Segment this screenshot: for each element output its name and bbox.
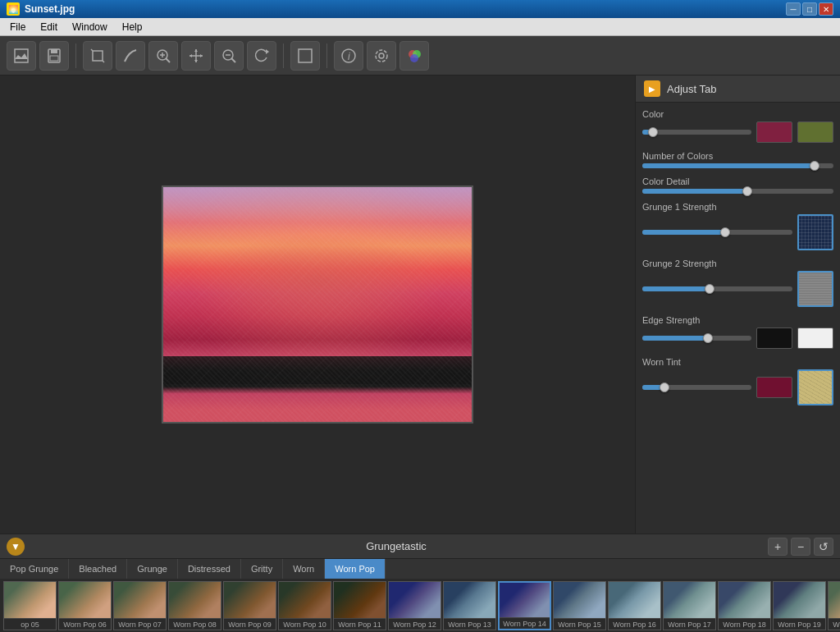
list-item[interactable]: Worn Pop 17 [663,581,716,630]
worn-tint-texture[interactable] [797,369,833,405]
svg-line-5 [91,49,93,51]
grunge2-slider[interactable] [642,286,792,291]
svg-rect-4 [93,51,103,61]
list-item[interactable]: Worn Pop 20 [828,581,840,630]
tab-worn[interactable]: Worn [283,559,325,579]
color-detail-label: Color Detail [642,176,833,186]
menu-window[interactable]: Window [66,20,114,34]
film-label: Worn Pop 06 [59,618,111,630]
list-item[interactable]: Worn Pop 18 [718,581,771,630]
app-icon: 🌅 [7,2,20,16]
canvas-area [0,76,635,534]
edge-strength-slider[interactable] [642,336,751,341]
maximize-button[interactable]: □ [802,2,817,16]
num-colors-label: Number of Colors [642,151,833,161]
category-arrow[interactable]: ▼ [7,538,25,556]
svg-line-6 [103,61,104,62]
film-label: Worn Pop 08 [169,618,221,630]
worn-tint-slider[interactable] [642,385,751,390]
color-label: Color [642,109,833,119]
num-colors-slider[interactable] [642,163,833,168]
grunge2-label: Grunge 2 Strength [642,259,833,268]
menu-help[interactable]: Help [116,20,149,34]
right-panel: ▶ Adjust Tab Color Number of Colors [635,76,840,534]
list-item[interactable]: Worn Pop 11 [333,581,386,630]
zoom-out-tool-button[interactable] [214,41,244,71]
canvas-tool-button[interactable] [290,41,320,71]
zoom-in-tool-button[interactable] [148,41,178,71]
move-tool-button[interactable] [181,41,211,71]
toolbar-separator-1 [75,44,76,68]
color-detail-slider[interactable] [642,189,833,194]
color-swatch-2[interactable] [797,121,833,143]
list-item[interactable]: Worn Pop 19 [773,581,826,630]
svg-point-24 [379,53,384,58]
tabs-bar: Pop Grunge Bleached Grunge Distressed Gr… [0,559,840,579]
list-item[interactable]: Worn Pop 07 [113,581,167,630]
color-slider[interactable] [642,130,751,135]
svg-point-25 [376,50,387,62]
panel-content: Color Number of Colors [636,103,840,534]
film-thumb [334,582,386,618]
tab-gritty[interactable]: Gritty [241,559,283,579]
grunge1-slider[interactable] [642,230,792,235]
list-item[interactable]: Worn Pop 13 [443,581,496,630]
film-label: Worn Pop 14 [500,617,550,629]
svg-point-28 [410,54,418,62]
list-item[interactable]: Worn Pop 06 [58,581,112,630]
effects-tool-button[interactable] [399,41,429,71]
tab-pop-grunge[interactable]: Pop Grunge [0,559,69,579]
minimize-button[interactable]: ─ [786,2,801,16]
menu-bar: File Edit Window Help [0,18,840,36]
film-label: Worn Pop 16 [609,618,660,630]
svg-marker-16 [200,54,203,57]
film-thumb [279,582,331,618]
settings-tool-button[interactable] [367,41,396,71]
tab-grunge[interactable]: Grunge [127,559,178,579]
grunge2-texture[interactable] [797,271,833,307]
image-tool-button[interactable] [7,41,36,71]
rotate-tool-button[interactable] [247,41,276,71]
remove-category-button[interactable]: − [791,538,810,556]
grunge2-param: Grunge 2 Strength [642,259,833,307]
film-thumb [719,582,770,618]
toolbar-separator-3 [326,44,327,68]
panel-play-button[interactable]: ▶ [644,80,660,97]
list-item[interactable]: Worn Pop 16 [608,581,661,630]
tab-worn-pop[interactable]: Worn Pop [325,559,386,579]
edge-swatch-white[interactable] [797,327,833,349]
info-tool-button[interactable]: i [334,41,363,71]
close-button[interactable]: ✕ [819,2,833,16]
film-thumb [224,582,276,618]
list-item[interactable]: Worn Pop 14 [498,581,551,630]
refresh-category-button[interactable]: ↺ [814,538,833,556]
worn-tint-swatch[interactable] [756,377,792,398]
film-thumb [664,582,715,618]
save-tool-button[interactable] [39,41,69,71]
list-item[interactable]: Worn Pop 09 [223,581,276,630]
grunge1-texture[interactable] [797,214,833,250]
film-thumb [554,582,605,618]
list-item[interactable]: Worn Pop 15 [553,581,606,630]
curve-tool-button[interactable] [116,41,145,71]
film-label: Worn Pop 19 [774,618,825,630]
tab-distressed[interactable]: Distressed [178,559,241,579]
window-controls: ─ □ ✕ [786,2,833,16]
grunge1-param: Grunge 1 Strength [642,202,833,250]
add-category-button[interactable]: + [768,538,788,556]
svg-text:i: i [348,51,350,62]
list-item[interactable]: Worn Pop 10 [278,581,331,630]
worn-tint-param: Worn Tint [642,357,833,405]
svg-rect-3 [50,56,58,61]
color-swatch-1[interactable] [756,121,792,143]
list-item[interactable]: Worn Pop 12 [388,581,441,630]
filmstrip[interactable]: op 05 Worn Pop 06 Worn Pop 07 Worn Pop 0… [0,579,840,632]
list-item[interactable]: Worn Pop 08 [168,581,221,630]
edge-swatch-black[interactable] [756,327,792,349]
film-thumb [389,582,441,618]
list-item[interactable]: op 05 [3,581,57,630]
menu-file[interactable]: File [3,20,32,34]
tab-bleached[interactable]: Bleached [69,559,127,579]
menu-edit[interactable]: Edit [34,20,64,34]
crop-tool-button[interactable] [83,41,112,71]
